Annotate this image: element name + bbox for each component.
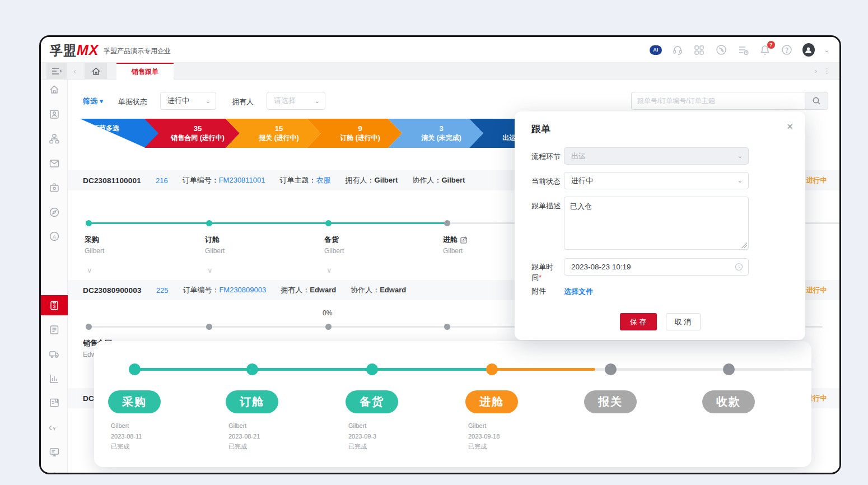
follow-up-modal: 跟单 × 流程环节 出运⌄ 当前状态 进行中⌄ 跟单描述 已入仓 跟单时 间* (515, 111, 805, 340)
order-id: DC23080900003 (83, 286, 142, 295)
expand-chevron-icon[interactable]: ∨ (207, 266, 213, 274)
tab-more-icon[interactable]: ⋮ (823, 67, 830, 75)
sidebar-monitor-icon[interactable] (49, 446, 60, 458)
tracker-dot (486, 363, 498, 375)
stage-tracker-popup: 采购 订舱 备货 进舱 报关 收款 Gilbert2023-08-11已完成 G… (94, 341, 811, 467)
sidebar-contacts-icon[interactable] (49, 109, 60, 120)
tracker-dot (723, 363, 735, 375)
order-count-link[interactable]: 216 (156, 176, 168, 185)
status-filter-select[interactable]: 进行中⌄ (160, 92, 216, 110)
filter-bar: 筛选 ▾ 单据状态 进行中⌄ 拥有人 请选择⌄ (68, 92, 839, 110)
app-header: 孚盟MX 孚盟产品演示专用企业 AI 7 (41, 37, 839, 63)
apps-grid-icon[interactable] (693, 44, 706, 56)
order-collab: 协作人：Edward (351, 285, 406, 295)
tracker-dot (605, 363, 617, 375)
sidebar-cloud-icon[interactable] (49, 422, 60, 433)
sidebar-truck-icon[interactable] (49, 348, 60, 360)
required-asterisk: * (539, 273, 542, 282)
status-select[interactable]: 进行中⌄ (564, 172, 749, 189)
svg-text:A: A (53, 234, 56, 240)
follow-up-time-input[interactable]: 2023-08-23 10:19 (564, 258, 749, 276)
stage-clearance[interactable]: 3清关 (未完成) (388, 119, 483, 148)
user-avatar[interactable] (802, 44, 815, 56)
help-icon[interactable] (781, 44, 793, 56)
choose-file-link[interactable]: 选择文件 (564, 287, 593, 296)
stage-all-filter[interactable]: 环节多选 全部 (80, 119, 160, 148)
order-subject-link[interactable]: 衣服 (316, 176, 331, 184)
close-icon[interactable]: × (787, 120, 793, 133)
status-badge: 进行中 (806, 176, 828, 185)
tracker-dot (246, 363, 258, 375)
tab-forward-chevron[interactable]: › (815, 67, 817, 75)
order-subject: 订单主题：衣服 (280, 175, 331, 185)
sidebar-target-icon[interactable]: A (49, 231, 60, 242)
tracker-stage-pill[interactable]: 进舱 (465, 390, 518, 413)
tab-back-chevron[interactable]: ‹ (73, 66, 76, 76)
app-logo: 孚盟MX (50, 42, 99, 59)
owner-filter-label: 拥有人 (232, 97, 254, 107)
sidebar-compass-icon[interactable] (49, 207, 60, 218)
order-no-link[interactable]: FM230809003 (219, 286, 266, 294)
phone-icon[interactable] (715, 44, 727, 56)
tracker-stage-info: Gilbert2023-09-18已完成 (468, 421, 500, 452)
ai-assistant-button[interactable]: AI (650, 44, 662, 56)
sidebar-home-icon[interactable] (49, 84, 60, 95)
left-sidebar: A $ (41, 80, 68, 473)
order-no: 订单编号：FM230811001 (183, 175, 265, 185)
sidebar-briefcase-icon[interactable] (49, 182, 60, 193)
stage-booking[interactable]: 9订舱 (进行中) (307, 119, 402, 148)
description-textarea[interactable]: 已入仓 (564, 197, 749, 250)
filter-toggle[interactable]: 筛选 ▾ (83, 96, 103, 106)
resize-handle-icon[interactable] (741, 243, 747, 248)
collapse-menu-button[interactable] (46, 63, 67, 80)
order-collab: 协作人：Gilbert (412, 175, 465, 185)
order-no: 订单编号：FM230809003 (183, 285, 266, 295)
attachment-field-label: 附件 (531, 286, 546, 296)
order-count-link[interactable]: 225 (156, 286, 169, 295)
tracker-stage-pill[interactable]: 订舱 (226, 390, 278, 413)
order-owner: 拥有人：Edward (281, 285, 336, 295)
sidebar-form-icon[interactable] (49, 324, 60, 335)
tab-sales-tracking[interactable]: 销售跟单 (116, 63, 174, 80)
headset-icon[interactable] (671, 44, 684, 56)
sidebar-chart-icon[interactable] (49, 373, 60, 384)
status-filter-label: 单据状态 (118, 97, 147, 107)
owner-filter-select[interactable]: 请选择⌄ (267, 92, 325, 110)
sidebar-ledger-icon[interactable] (49, 397, 60, 408)
tracker-dot (129, 363, 141, 375)
app-window: 孚盟MX 孚盟产品演示专用企业 AI 7 (39, 35, 841, 474)
status-badge: 进行中 (806, 286, 828, 295)
tracker-stage-info: Gilbert2023-08-21已完成 (228, 421, 260, 452)
search-button[interactable] (805, 92, 828, 110)
edit-icon[interactable] (460, 236, 468, 244)
sidebar-chat-icon[interactable] (49, 471, 60, 474)
stage-sales-contract[interactable]: 35销售合同 (进行中) (144, 119, 240, 148)
home-tab-button[interactable] (85, 63, 107, 80)
svg-text:$: $ (53, 304, 56, 309)
tracker-stage-pill[interactable]: 采购 (108, 390, 161, 413)
tracker-stage-info: Gilbert2023-08-11已完成 (111, 421, 142, 452)
expand-chevron-icon[interactable]: ∨ (326, 266, 332, 274)
save-button[interactable]: 保 存 (620, 313, 657, 330)
sidebar-org-icon[interactable] (49, 133, 60, 144)
timeline-step: 采购Gilbert (85, 235, 174, 255)
search-input[interactable] (631, 92, 805, 110)
chevron-down-icon: ⌄ (738, 152, 743, 160)
company-name: 孚盟产品演示专用企业 (104, 46, 171, 56)
grid-icon (85, 136, 90, 141)
stage-field-label: 流程环节 (531, 152, 561, 162)
expand-chevron-icon[interactable]: ∨ (87, 266, 92, 274)
avatar-caret-icon[interactable]: ⌄ (824, 46, 829, 54)
task-list-icon[interactable] (737, 44, 749, 56)
sidebar-orders-active-item[interactable]: $ (41, 295, 68, 315)
cancel-button[interactable]: 取 消 (666, 313, 701, 330)
tracker-stage-pill[interactable]: 报关 (584, 390, 637, 413)
order-no-link[interactable]: FM230811001 (219, 176, 265, 184)
tracker-stage-pill[interactable]: 收款 (702, 390, 755, 413)
sidebar-mail-icon[interactable] (49, 158, 60, 169)
tracker-stage-pill[interactable]: 备货 (346, 390, 398, 413)
notification-count-badge: 7 (767, 41, 775, 49)
order-id-fragment: DC (83, 394, 94, 403)
notification-bell-icon[interactable]: 7 (759, 44, 771, 56)
stage-customs[interactable]: 15报关 (进行中) (226, 119, 321, 148)
